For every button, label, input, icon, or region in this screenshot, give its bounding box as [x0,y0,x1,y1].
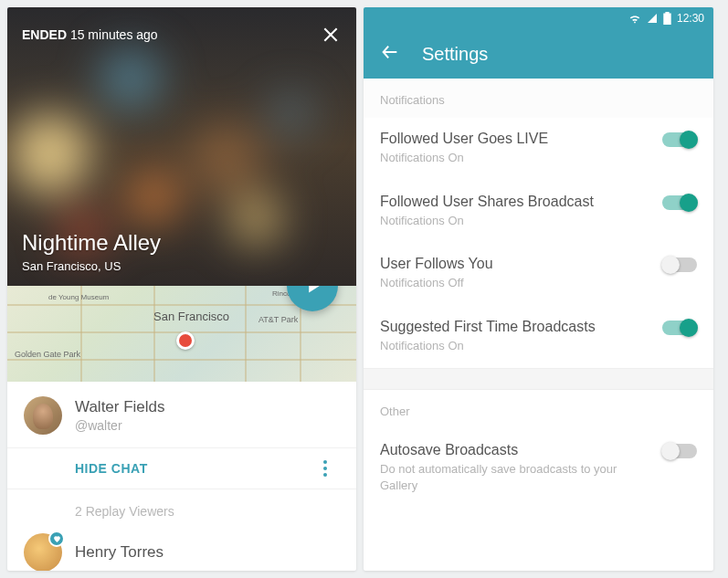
play-icon [305,286,323,295]
map-label-att: AT&T Park [258,315,298,324]
setting-suggested-first[interactable]: Suggested First Time Broadcasts Notifica… [364,306,713,369]
battery-icon [663,12,671,25]
actions-row: HIDE CHAT [7,447,356,489]
viewer-name: Henry Torres [75,543,164,562]
map-area[interactable]: San Francisco Golden Gate Park AT&T Park… [7,286,356,382]
toggle-followed-live[interactable] [662,132,697,147]
status-bar: 12:30 [364,7,713,29]
broadcast-detail-screen: ENDED 15 minutes ago Nightime Alley San … [7,7,356,571]
kebab-dot-icon [323,460,327,464]
setting-sub: Notifications On [380,338,596,354]
setting-title: Autosave Broadcasts [380,442,651,458]
ended-time: 15 minutes ago [70,27,158,42]
setting-sub: Notifications Off [380,275,493,291]
map-label-park: Golden Gate Park [15,350,80,359]
appbar-title: Settings [422,44,488,65]
setting-user-follows[interactable]: User Follows You Notifications Off [364,243,713,306]
map-city-label: San Francisco [153,310,229,323]
avatar [24,533,62,571]
arrow-left-icon [380,42,400,62]
overflow-menu-button[interactable] [314,457,336,479]
viewer-row[interactable]: Henry Torres [7,528,356,571]
toggle-user-follows[interactable] [662,257,697,272]
broadcaster-name: Walter Fields [75,398,165,416]
setting-sub: Notifications On [380,213,594,229]
section-header-other: Other [364,390,713,429]
section-header-notifications: Notifications [364,79,713,118]
setting-sub: Notifications On [380,150,548,166]
setting-title: Followed User Shares Broadcast [380,194,594,210]
play-button[interactable] [287,286,338,311]
setting-sub: Do not automatically save broadcasts to … [380,461,651,493]
setting-autosave[interactable]: Autosave Broadcasts Do not automatically… [364,429,713,508]
replay-viewers-label: 2 Replay Viewers [7,489,356,528]
setting-title: Followed User Goes LIVE [380,131,548,147]
section-divider [364,368,713,390]
hide-chat-button[interactable]: HIDE CHAT [75,461,148,476]
map-label-museum: de Young Museum [48,293,109,301]
close-icon [322,26,340,44]
setting-title: User Follows You [380,256,493,272]
app-bar: Settings [364,29,713,79]
setting-title: Suggested First Time Broadcasts [380,319,596,335]
status-time: 12:30 [677,12,704,25]
broadcaster-handle: @walter [75,418,165,433]
stream-title: Nightime Alley [22,230,342,256]
close-button[interactable] [320,24,342,46]
map-pin-icon [176,331,195,350]
broadcaster-row[interactable]: Walter Fields @walter [7,382,356,447]
stream-location: San Francisco, US [22,259,342,273]
avatar [24,396,62,435]
toggle-suggested-first[interactable] [662,321,697,335]
hero-area: ENDED 15 minutes ago Nightime Alley San … [7,7,356,286]
back-button[interactable] [380,42,400,66]
heart-badge [48,531,65,547]
settings-body: Notifications Followed User Goes LIVE No… [364,79,713,508]
ended-status: ENDED 15 minutes ago [22,27,158,42]
toggle-followed-shares[interactable] [662,195,697,210]
ended-label: ENDED [22,27,67,42]
signal-icon [647,13,658,24]
setting-followed-live[interactable]: Followed User Goes LIVE Notifications On [364,118,713,181]
heart-icon [53,535,61,543]
setting-followed-shares[interactable]: Followed User Shares Broadcast Notificat… [364,181,713,244]
toggle-autosave[interactable] [662,444,697,458]
wifi-icon [628,13,641,24]
settings-screen: 12:30 Settings Notifications Followed Us… [364,7,713,571]
